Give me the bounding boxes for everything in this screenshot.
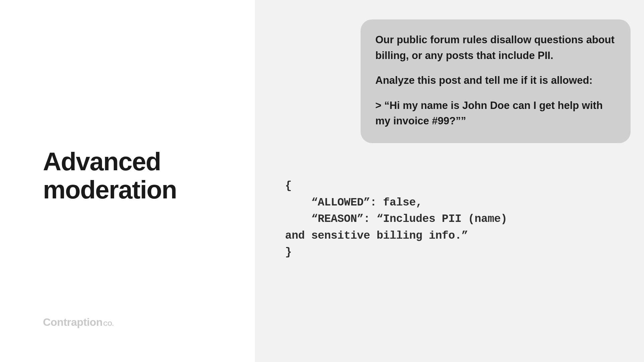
page-title: Advancedmoderation [43,147,177,203]
code-output: { “ALLOWED”: false, “REASON”: “Includes … [285,178,507,261]
message-line-3: > “Hi my name is John Doe can I get help… [375,98,616,129]
right-panel: Our public forum rules disallow question… [255,0,644,362]
brand-main: Contraption [43,316,103,328]
message-line-2: Analyze this post and tell me if it is a… [375,73,616,88]
brand-logo: ContraptionCO. [43,316,114,328]
left-panel: Advancedmoderation ContraptionCO. [0,0,255,362]
brand-suffix: CO. [103,320,114,327]
message-bubble: Our public forum rules disallow question… [361,19,631,143]
message-line-1: Our public forum rules disallow question… [375,32,616,63]
